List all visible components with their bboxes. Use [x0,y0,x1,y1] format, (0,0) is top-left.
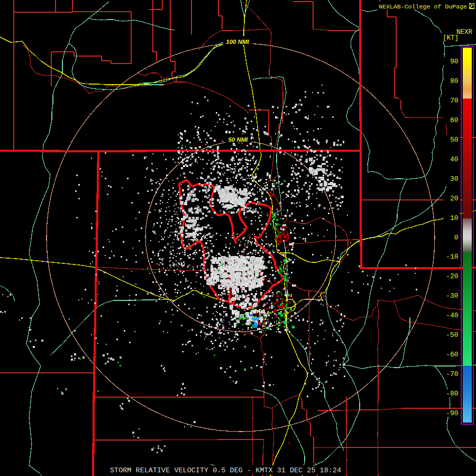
svg-text:30: 30 [450,175,459,183]
svg-text:50: 50 [450,136,459,144]
svg-text:-10: -10 [446,253,458,261]
svg-text:50 NMI: 50 NMI [228,136,248,143]
svg-text:-90: -90 [446,409,458,417]
svg-text:-30: -30 [446,292,458,300]
svg-text:60: 60 [450,116,459,124]
svg-text:-40: -40 [446,312,458,319]
svg-text:STORM RELATIVE VELOCITY 0.5 DE: STORM RELATIVE VELOCITY 0.5 DEG - KMTX 3… [110,466,341,474]
svg-text:-80: -80 [446,390,458,398]
svg-text:70: 70 [450,97,459,105]
svg-text:NEXLAB-College of DuPage: NEXLAB-College of DuPage [379,3,467,11]
svg-text:[KT]: [KT] [443,34,459,42]
svg-text:20: 20 [450,195,459,203]
svg-text:-20: -20 [446,272,458,280]
svg-text:-60: -60 [446,351,458,359]
svg-text:10: 10 [450,214,459,222]
svg-text:-50: -50 [446,331,458,339]
svg-text:100 NMI: 100 NMI [226,39,249,45]
svg-text:-70: -70 [446,370,458,378]
svg-text:40: 40 [450,155,459,163]
svg-text:0: 0 [454,234,459,242]
svg-text:90: 90 [450,58,459,66]
svg-text:80: 80 [450,77,459,85]
svg-text:NEXR: NEXR [456,29,473,36]
